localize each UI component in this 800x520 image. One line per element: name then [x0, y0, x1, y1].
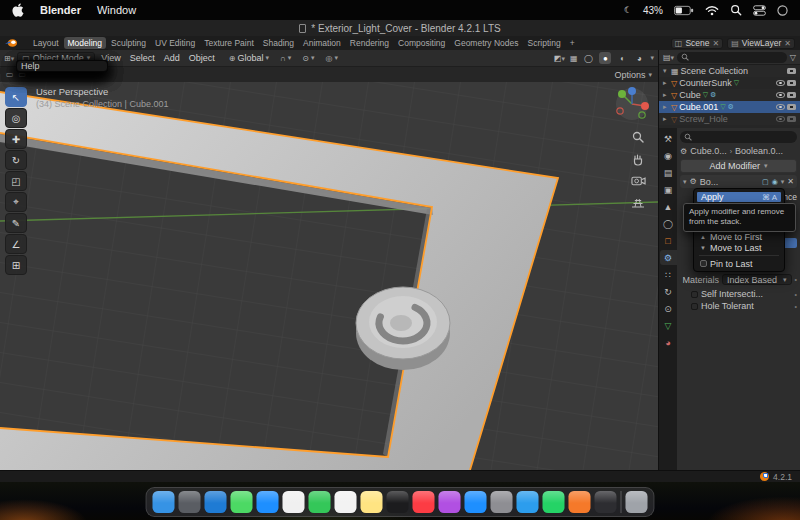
- dock-icon-finder[interactable]: [153, 491, 175, 513]
- scale-tool-button[interactable]: ◰: [5, 171, 27, 191]
- disclosure-icon[interactable]: ▸: [663, 103, 669, 111]
- add-workspace-button[interactable]: +: [566, 37, 579, 49]
- tab-rendering[interactable]: Rendering: [346, 37, 393, 49]
- render-visibility-icon[interactable]: [787, 104, 796, 110]
- dock-icon-facetime[interactable]: [309, 491, 331, 513]
- tab-layout[interactable]: Layout: [29, 37, 63, 49]
- tab-scripting[interactable]: Scripting: [524, 37, 565, 49]
- expand-icon[interactable]: ▾: [683, 178, 687, 186]
- wifi-icon[interactable]: [705, 5, 719, 16]
- dock-icon-blender[interactable]: [569, 491, 591, 513]
- menu-item-move-to-last[interactable]: ▼ Move to Last: [696, 242, 782, 253]
- tab-compositing[interactable]: Compositing: [394, 37, 449, 49]
- outliner-row-countersunk[interactable]: ▸ ▽ CounterSunk ▽: [659, 77, 800, 89]
- hole-tolerant-checkbox[interactable]: [691, 303, 698, 310]
- cursor-tool-button[interactable]: ◎: [5, 108, 27, 128]
- viewport-menu-select[interactable]: Select: [127, 53, 158, 63]
- dock-icon-mail[interactable]: [257, 491, 279, 513]
- tab-sculpting[interactable]: Sculpting: [107, 37, 150, 49]
- shading-material-button[interactable]: ◐: [616, 52, 628, 64]
- properties-tab-physics[interactable]: ↻: [660, 284, 677, 299]
- properties-tab-view-layer[interactable]: ▣: [660, 182, 677, 197]
- outliner-search-input[interactable]: [677, 52, 787, 63]
- menubar-app-name[interactable]: Blender: [40, 4, 81, 16]
- tab-modeling[interactable]: Modeling: [64, 37, 107, 49]
- orientation-dropdown[interactable]: ⊕ Global ▾: [229, 53, 269, 63]
- properties-tab-render[interactable]: ◉: [660, 148, 677, 163]
- dock-icon-notes[interactable]: [361, 491, 383, 513]
- dock-icon-launchpad[interactable]: [179, 491, 201, 513]
- tab-shading[interactable]: Shading: [259, 37, 298, 49]
- self-intersection-checkbox[interactable]: [691, 291, 698, 298]
- dock-icon-trash[interactable]: [626, 491, 648, 513]
- properties-tab-scene[interactable]: ▲: [660, 199, 677, 214]
- zoom-icon[interactable]: [631, 130, 645, 144]
- siri-icon[interactable]: [777, 5, 788, 16]
- properties-tab-tool[interactable]: ⚒: [660, 131, 677, 146]
- tab-animation[interactable]: Animation: [299, 37, 345, 49]
- dock-icon-safari[interactable]: [205, 491, 227, 513]
- hide-viewport-icon[interactable]: [776, 92, 785, 98]
- properties-tab-material[interactable]: ◕: [660, 335, 677, 350]
- delete-modifier-icon[interactable]: ✕: [787, 177, 794, 186]
- animate-dot-icon[interactable]: •: [795, 291, 797, 298]
- disclosure-icon[interactable]: ▸: [663, 115, 669, 123]
- menu-item-pin-to-last[interactable]: Pin to Last: [696, 258, 782, 269]
- menubar-menu-window[interactable]: Window: [97, 4, 136, 16]
- shading-rendered-button[interactable]: ◕: [633, 52, 645, 64]
- outliner-row-cube[interactable]: ▸ ▽ Cube ▽ ⚙: [659, 89, 800, 101]
- remove-view-layer-icon[interactable]: ✕: [784, 39, 791, 48]
- control-center-icon[interactable]: [753, 5, 766, 16]
- pin-checkbox[interactable]: [700, 260, 707, 267]
- hide-viewport-icon[interactable]: [776, 80, 785, 86]
- menu-item-apply[interactable]: Apply ⌘ A: [696, 191, 782, 203]
- properties-tab-modifiers[interactable]: ⚙: [660, 250, 677, 265]
- tab-geometry-nodes[interactable]: Geometry Nodes: [450, 37, 522, 49]
- outliner-row-scene-collection[interactable]: ▾ ▦ Scene Collection: [659, 65, 800, 77]
- viewport-menu-add[interactable]: Add: [161, 53, 183, 63]
- dock-icon-photos[interactable]: [283, 491, 305, 513]
- dock-icon-terminal[interactable]: [595, 491, 617, 513]
- select-box-tool-button[interactable]: ↖: [5, 87, 27, 107]
- tab-uv-editing[interactable]: UV Editing: [151, 37, 199, 49]
- dock-icon-tv[interactable]: [387, 491, 409, 513]
- unlink-scene-icon[interactable]: ✕: [712, 39, 719, 48]
- dock-icon-music[interactable]: [413, 491, 435, 513]
- properties-tab-world[interactable]: ◯: [660, 216, 677, 231]
- render-visibility-icon[interactable]: [787, 80, 796, 86]
- outliner-row-screw-hole[interactable]: ▸ ▽ Screw_Hole: [659, 113, 800, 125]
- outliner-editor-icon[interactable]: ▤▾: [663, 53, 674, 62]
- edit-mode-toggle-icon[interactable]: ▢: [762, 178, 769, 186]
- options-dropdown[interactable]: Options ▾: [614, 70, 652, 80]
- animate-dot-icon[interactable]: •: [795, 276, 797, 283]
- properties-tab-constraints[interactable]: ⊙: [660, 301, 677, 316]
- breadcrumb-modifier[interactable]: Boolean.0...: [735, 146, 783, 156]
- tab-texture-paint[interactable]: Texture Paint: [200, 37, 258, 49]
- realtime-toggle-icon[interactable]: ◉: [772, 178, 778, 186]
- hide-viewport-icon[interactable]: [776, 104, 785, 110]
- disclosure-icon[interactable]: ▾: [663, 67, 669, 75]
- blender-logo-icon[interactable]: [5, 38, 18, 48]
- disclosure-icon[interactable]: ▸: [663, 79, 669, 87]
- properties-tab-object-data[interactable]: ▽: [660, 318, 677, 333]
- modifier-header[interactable]: ▾ ⚙ Bo... ▢ ◉ ▾ ✕: [680, 175, 797, 188]
- materials-dropdown[interactable]: Index Based ▾: [722, 274, 792, 285]
- dock-icon-calendar[interactable]: [335, 491, 357, 513]
- viewport-canvas[interactable]: [0, 82, 658, 470]
- shading-dropdown-icon[interactable]: ▾: [650, 54, 654, 62]
- dock-icon-whatsapp[interactable]: [543, 491, 565, 513]
- properties-tab-output[interactable]: ▤: [660, 165, 677, 180]
- menu-help[interactable]: Help: [16, 60, 108, 72]
- dock-icon-settings[interactable]: [491, 491, 513, 513]
- render-visibility-icon[interactable]: [787, 68, 796, 74]
- animate-dot-icon[interactable]: •: [795, 303, 797, 310]
- shading-wireframe-button[interactable]: ◯: [582, 52, 594, 64]
- annotate-tool-button[interactable]: ✎: [5, 213, 27, 233]
- properties-tab-particles[interactable]: ∷: [660, 267, 677, 282]
- move-tool-button[interactable]: ✚: [5, 129, 27, 149]
- dock-icon-vscode[interactable]: [517, 491, 539, 513]
- proportional-editing-dropdown[interactable]: ◎▾: [325, 54, 338, 63]
- scene-selector[interactable]: ◫ Scene ✕: [671, 38, 723, 49]
- render-visibility-icon[interactable]: [787, 92, 796, 98]
- view-layer-selector[interactable]: ▤ ViewLayer ✕: [727, 38, 795, 49]
